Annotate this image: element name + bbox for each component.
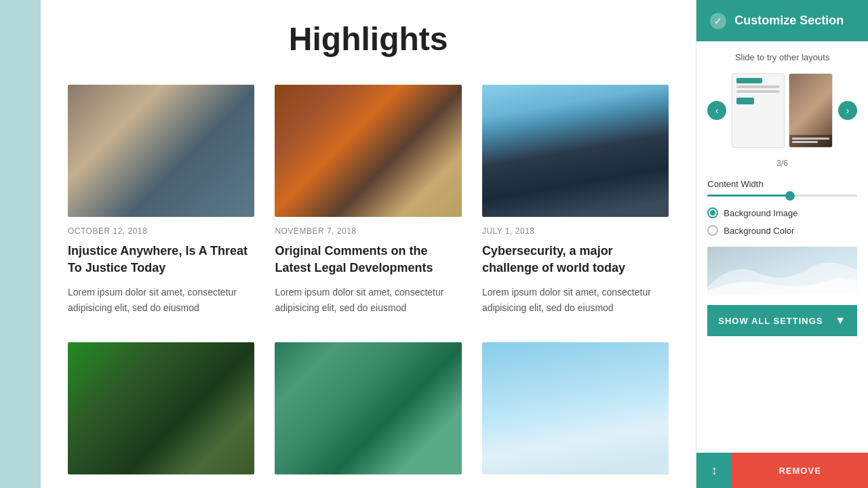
sidebar-footer: ↕ REMOVE: [696, 452, 868, 488]
check-icon: ✓: [710, 13, 726, 29]
slider-thumb[interactable]: [785, 191, 795, 201]
left-accent: [0, 0, 41, 488]
preview-line: [792, 141, 818, 143]
radio-circle-bg-image[interactable]: [707, 207, 718, 218]
article-date: NOVEMBER 7, 2018: [275, 226, 461, 236]
radio-circle-bg-color[interactable]: [707, 225, 718, 236]
preview-line: [736, 90, 779, 93]
carousel-preview-left[interactable]: [732, 73, 784, 148]
bg-preview: [707, 247, 857, 294]
articles-grid-row2: [68, 342, 669, 474]
show-all-arrow-icon: ▼: [835, 314, 846, 327]
article-card: OCTOBER 12, 2018 Injustice Anywhere, Is …: [68, 85, 254, 315]
move-section-button[interactable]: ↕: [696, 453, 732, 488]
preview-overlay: [789, 135, 832, 147]
bg-color-label: Background Color: [724, 226, 794, 236]
carousel-preview-right[interactable]: [789, 73, 833, 148]
show-all-settings-button[interactable]: SHOW ALL SETTINGS ▼: [707, 305, 857, 336]
slider-fill: [707, 195, 789, 197]
remove-section-button[interactable]: REMOVE: [732, 453, 868, 488]
article-image: [482, 85, 669, 217]
carousel-next-button[interactable]: ›: [838, 101, 857, 120]
bg-color-radio[interactable]: Background Color: [707, 225, 857, 236]
article-excerpt: Lorem ipsum dolor sit amet, consectetur …: [275, 285, 461, 315]
show-all-label: SHOW ALL SETTINGS: [718, 316, 823, 326]
content-width-section: Content Width: [707, 179, 857, 197]
slider-container: [707, 195, 857, 197]
sidebar-header-title: Customize Section: [734, 14, 844, 28]
sidebar-body: Slide to try other layouts ‹: [696, 41, 868, 452]
preview-bar: [736, 78, 762, 83]
move-icon: ↕: [711, 464, 717, 478]
page-title: Highlights: [68, 20, 669, 58]
content-width-label: Content Width: [707, 179, 857, 189]
slide-hint: Slide to try other layouts: [707, 52, 857, 62]
article-card: [68, 342, 254, 474]
article-card: NOVEMBER 7, 2018 Original Comments on th…: [275, 85, 461, 315]
article-card: [275, 342, 461, 474]
article-image: [68, 342, 254, 474]
article-image: [482, 342, 669, 474]
main-content: Highlights OCTOBER 12, 2018 Injustice An…: [41, 0, 696, 488]
preview-line: [736, 85, 779, 88]
article-card: JULY 1, 2018 Cybersecurity, a major chal…: [482, 85, 669, 315]
article-card: [482, 342, 669, 474]
carousel-previews: [732, 73, 833, 148]
article-date: JULY 1, 2018: [482, 226, 669, 236]
articles-grid: OCTOBER 12, 2018 Injustice Anywhere, Is …: [68, 85, 669, 315]
article-date: OCTOBER 12, 2018: [68, 226, 254, 236]
carousel-count: 3/6: [707, 159, 857, 168]
preview-line: [792, 138, 829, 140]
article-title[interactable]: Original Comments on the Latest Legal De…: [275, 243, 461, 277]
article-excerpt: Lorem ipsum dolor sit amet, consectetur …: [482, 285, 669, 315]
article-title[interactable]: Cybersecurity, a major challenge of worl…: [482, 243, 669, 277]
article-title[interactable]: Injustice Anywhere, Is A Threat To Justi…: [68, 243, 254, 277]
content-width-slider[interactable]: [707, 195, 857, 197]
radio-group: Background Image Background Color: [707, 207, 857, 236]
sidebar-header: ✓ Customize Section: [696, 0, 868, 41]
article-image: [275, 85, 461, 217]
sidebar-panel: ✓ Customize Section Slide to try other l…: [696, 0, 868, 488]
bg-image-label: Background Image: [724, 208, 797, 218]
bg-image-radio[interactable]: Background Image: [707, 207, 857, 218]
carousel-prev-button[interactable]: ‹: [707, 101, 726, 120]
article-image: [68, 85, 254, 217]
preview-btn: [736, 98, 753, 104]
layout-carousel: ‹ ›: [707, 73, 857, 148]
article-image: [275, 342, 461, 474]
article-excerpt: Lorem ipsum dolor sit amet, consectetur …: [68, 285, 254, 315]
